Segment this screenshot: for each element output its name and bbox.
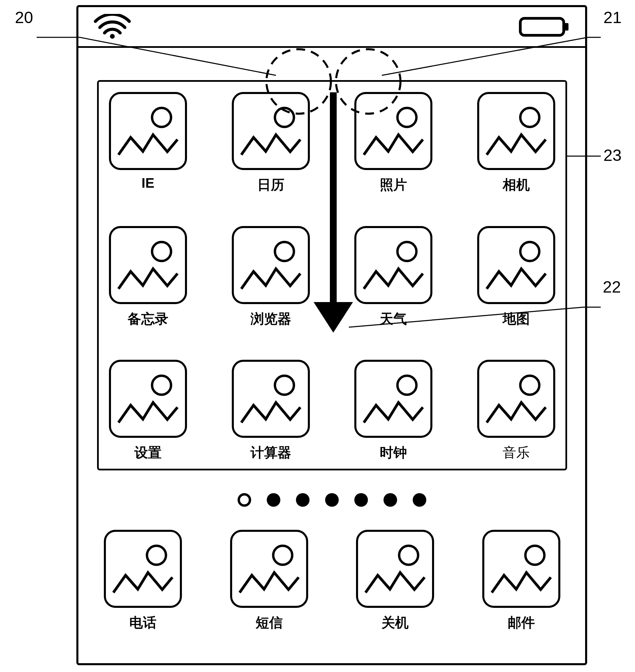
app-label: 天气 xyxy=(380,310,407,328)
app-icon-placeholder xyxy=(232,92,310,170)
app-icon-placeholder xyxy=(230,530,308,608)
svg-point-7 xyxy=(152,242,171,261)
page-dot[interactable] xyxy=(238,493,251,507)
callout-20: 20 xyxy=(15,8,33,27)
app-photos[interactable]: 照片 xyxy=(354,92,432,194)
svg-point-8 xyxy=(275,242,294,261)
svg-rect-2 xyxy=(564,23,568,31)
svg-point-15 xyxy=(147,546,166,565)
app-calendar[interactable]: 日历 xyxy=(232,92,310,194)
page-dot[interactable] xyxy=(354,493,368,507)
dock-mail[interactable]: 邮件 xyxy=(482,530,560,632)
page-dot[interactable] xyxy=(325,493,339,507)
svg-point-9 xyxy=(397,242,416,261)
svg-point-6 xyxy=(520,108,539,127)
app-icon-placeholder xyxy=(477,226,555,304)
dock: 电话 短信 关机 邮件 xyxy=(104,530,560,632)
app-label: 音乐 xyxy=(503,443,530,462)
svg-point-18 xyxy=(525,546,544,565)
app-calculator[interactable]: 计算器 xyxy=(232,360,310,462)
dock-shutdown[interactable]: 关机 xyxy=(356,530,434,632)
app-label: 关机 xyxy=(381,613,409,632)
app-label: 日历 xyxy=(257,175,284,194)
app-icon-placeholder xyxy=(482,530,560,608)
svg-point-12 xyxy=(275,376,294,395)
app-icon-placeholder xyxy=(104,530,182,608)
app-row: 备忘录 浏览器 天气 xyxy=(109,226,555,328)
app-icon-placeholder xyxy=(354,92,432,170)
wifi-icon xyxy=(94,14,131,39)
app-settings[interactable]: 设置 xyxy=(109,360,187,462)
app-browser[interactable]: 浏览器 xyxy=(232,226,310,328)
app-row: 设置 计算器 时钟 xyxy=(109,360,555,462)
app-row: IE 日历 照片 xyxy=(109,92,555,194)
app-camera[interactable]: 相机 xyxy=(477,92,555,194)
app-icon-placeholder xyxy=(354,360,432,438)
svg-rect-1 xyxy=(520,18,564,35)
callout-21: 21 xyxy=(603,8,621,27)
svg-point-10 xyxy=(520,242,539,261)
svg-point-14 xyxy=(520,376,539,395)
app-icon-placeholder xyxy=(232,226,310,304)
svg-point-16 xyxy=(273,546,292,565)
device-frame: IE 日历 照片 xyxy=(76,5,587,665)
app-icon-placeholder xyxy=(356,530,434,608)
app-icon-placeholder xyxy=(477,92,555,170)
app-label: 邮件 xyxy=(508,613,535,632)
app-icon-placeholder xyxy=(232,360,310,438)
app-icon-placeholder xyxy=(109,92,187,170)
page-dot[interactable] xyxy=(384,493,397,507)
app-memo[interactable]: 备忘录 xyxy=(109,226,187,328)
svg-point-17 xyxy=(399,546,418,565)
app-label: IE xyxy=(142,175,154,191)
app-label: 短信 xyxy=(256,613,283,632)
callout-23: 23 xyxy=(603,146,621,165)
page-dot[interactable] xyxy=(296,493,310,507)
app-icon-placeholder xyxy=(354,226,432,304)
app-label: 地图 xyxy=(503,310,530,328)
app-label: 浏览器 xyxy=(250,310,291,328)
app-ie[interactable]: IE xyxy=(109,92,187,194)
svg-point-11 xyxy=(152,376,171,395)
dock-phone[interactable]: 电话 xyxy=(104,530,182,632)
page-indicator[interactable] xyxy=(78,493,585,507)
app-label: 照片 xyxy=(380,175,407,194)
svg-point-4 xyxy=(275,108,294,127)
app-label: 备忘录 xyxy=(128,310,168,328)
app-label: 相机 xyxy=(503,175,530,194)
page-dot[interactable] xyxy=(267,493,280,507)
app-grid-panel: IE 日历 照片 xyxy=(97,80,567,470)
app-weather[interactable]: 天气 xyxy=(354,226,432,328)
app-grid: IE 日历 照片 xyxy=(99,82,565,469)
svg-point-0 xyxy=(110,34,115,39)
app-icon-placeholder xyxy=(477,360,555,438)
app-music[interactable]: 音乐 xyxy=(477,360,555,462)
app-label: 设置 xyxy=(134,443,162,462)
app-label: 计算器 xyxy=(250,443,291,462)
svg-point-13 xyxy=(397,376,416,395)
app-maps[interactable]: 地图 xyxy=(477,226,555,328)
app-label: 电话 xyxy=(129,613,156,632)
status-bar xyxy=(78,7,585,48)
svg-point-5 xyxy=(397,108,416,127)
app-clock[interactable]: 时钟 xyxy=(354,360,432,462)
app-label: 时钟 xyxy=(380,443,407,462)
battery-icon xyxy=(519,15,570,39)
app-icon-placeholder xyxy=(109,226,187,304)
app-icon-placeholder xyxy=(109,360,187,438)
page-dot[interactable] xyxy=(413,493,426,507)
dock-sms[interactable]: 短信 xyxy=(230,530,308,632)
svg-point-3 xyxy=(152,108,171,127)
callout-22: 22 xyxy=(603,278,621,296)
